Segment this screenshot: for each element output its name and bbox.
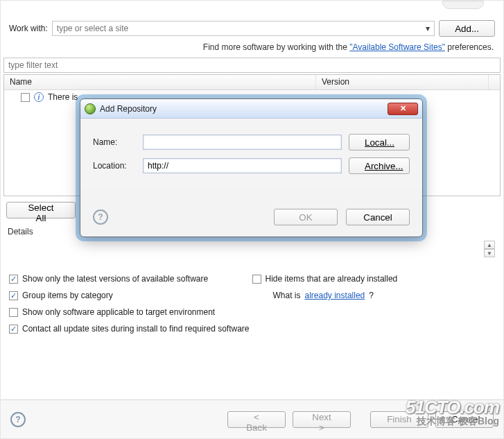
- location-input[interactable]: [143, 158, 342, 173]
- whatis-suffix: ?: [369, 291, 374, 300]
- opt-hide-installed[interactable]: Hide items that are already installed: [252, 274, 496, 284]
- details-box: ▲ ▼: [6, 239, 498, 267]
- chevron-down-icon[interactable]: ▾: [422, 21, 434, 35]
- chevron-down-icon[interactable]: ▼: [484, 249, 495, 257]
- chevron-up-icon[interactable]: ▲: [484, 241, 495, 249]
- whatis-prefix: What is: [273, 291, 301, 300]
- local-button[interactable]: Local...: [349, 134, 410, 150]
- find-more-software-text: Find more software by working with the "…: [1, 42, 503, 58]
- checkbox[interactable]: [9, 308, 18, 317]
- close-icon[interactable]: ✕: [388, 103, 418, 115]
- name-row: Name: Local...: [93, 134, 410, 150]
- dialog-title: Add Repository: [100, 104, 388, 114]
- opt-group-category[interactable]: Group items by category: [9, 291, 252, 300]
- column-header-version[interactable]: Version: [316, 75, 489, 89]
- dialog-footer: ? OK Cancel: [80, 189, 422, 236]
- checkbox[interactable]: [9, 291, 18, 300]
- work-with-combo[interactable]: ▾: [52, 21, 435, 36]
- work-with-row: Work with: ▾ Add...: [1, 1, 503, 42]
- name-input[interactable]: [143, 135, 342, 150]
- option-label: Show only software applicable to target …: [22, 307, 215, 317]
- dialog-titlebar[interactable]: Add Repository ✕: [80, 99, 422, 119]
- dialog-app-icon: [85, 103, 96, 114]
- back-button[interactable]: < Back: [227, 411, 286, 428]
- details-spinner[interactable]: ▲ ▼: [484, 241, 495, 257]
- window-top-decoration: [442, 1, 484, 9]
- wizard-footer: ? < Back Next > Finish Cancel: [1, 399, 503, 438]
- find-prefix: Find more software by working with the: [203, 42, 349, 52]
- location-label: Location:: [93, 161, 136, 171]
- opt-contact-sites[interactable]: Contact all update sites during install …: [9, 324, 495, 334]
- filter-input[interactable]: [3, 58, 501, 73]
- ok-button[interactable]: OK: [274, 209, 338, 225]
- row-text: There is: [48, 92, 78, 102]
- find-suffix: preferences.: [445, 42, 494, 52]
- finish-button[interactable]: Finish: [370, 411, 428, 428]
- archive-button[interactable]: Archive...: [349, 157, 410, 174]
- filter-row: [3, 58, 501, 73]
- add-site-button[interactable]: Add...: [439, 20, 495, 37]
- checkbox[interactable]: [9, 275, 18, 284]
- cancel-button[interactable]: Cancel: [435, 411, 494, 428]
- what-is-installed: What is already installed?: [252, 291, 496, 300]
- option-label: Group items by category: [22, 291, 113, 300]
- dialog-body: Name: Local... Location: Archive...: [80, 119, 422, 189]
- available-software-sites-link[interactable]: "Available Software Sites": [349, 42, 445, 52]
- column-header-name[interactable]: Name: [4, 75, 316, 89]
- add-repository-dialog: Add Repository ✕ Name: Local... Location…: [80, 98, 423, 237]
- select-all-button[interactable]: Select All: [6, 202, 76, 218]
- name-label: Name:: [93, 137, 136, 147]
- work-with-input[interactable]: [53, 24, 422, 33]
- option-label: Show only the latest versions of availab…: [22, 274, 208, 284]
- option-label: Contact all update sites during install …: [22, 324, 250, 334]
- options-grid: Show only the latest versions of availab…: [1, 267, 503, 341]
- cancel-button[interactable]: Cancel: [346, 209, 410, 225]
- opt-show-latest[interactable]: Show only the latest versions of availab…: [9, 274, 252, 284]
- option-label: Hide items that are already installed: [266, 274, 398, 284]
- opt-target-env[interactable]: Show only software applicable to target …: [9, 307, 495, 317]
- row-checkbox[interactable]: [21, 93, 30, 102]
- help-icon[interactable]: ?: [93, 209, 108, 225]
- location-row: Location: Archive...: [93, 157, 410, 174]
- already-installed-link[interactable]: already installed: [305, 291, 365, 300]
- next-button[interactable]: Next >: [293, 411, 351, 428]
- help-icon[interactable]: ?: [10, 412, 26, 427]
- info-icon: i: [34, 92, 44, 102]
- checkbox[interactable]: [9, 325, 18, 334]
- table-header: Name Version: [4, 75, 500, 90]
- column-header-spacer: [489, 75, 500, 89]
- checkbox[interactable]: [252, 275, 261, 284]
- work-with-label: Work with:: [9, 24, 48, 33]
